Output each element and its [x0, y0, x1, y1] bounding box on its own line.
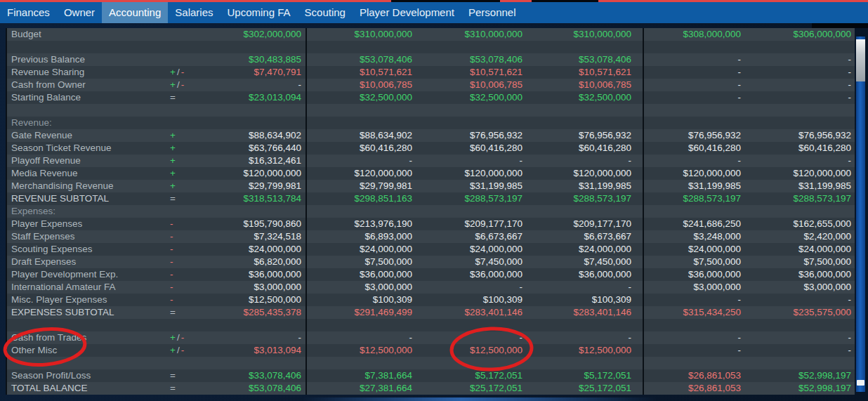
cell-value: -: [848, 91, 852, 104]
cell-value: -: [848, 79, 852, 91]
tab-scouting[interactable]: Scouting: [298, 2, 353, 23]
operator-glyph: /: [177, 67, 180, 77]
tab-finances[interactable]: Finances: [0, 2, 57, 23]
operator-glyph: +: [170, 130, 176, 140]
scrollbar-thumb[interactable]: [856, 39, 865, 81]
cell-value: $7,470,791: [254, 66, 301, 79]
tab-upcoming-fa[interactable]: Upcoming FA: [220, 2, 297, 23]
table-row-starting-balance: Starting Balance=$23,013,094$32,500,000$…: [7, 91, 855, 104]
table-row-season-profit-loss: Season Profit/Loss=$33,078,406$7,381,664…: [7, 369, 855, 382]
cell-value: $53,078,406: [470, 53, 522, 66]
row-operator: -: [170, 218, 175, 230]
cell-value: $76,956,932: [798, 129, 851, 142]
cell-value: -: [738, 79, 742, 91]
row-label: Draft Expenses: [11, 256, 76, 268]
cell-value: $27,381,664: [360, 382, 412, 395]
cell-value: $120,000,000: [464, 167, 522, 180]
cell-value: $288,573,197: [464, 192, 522, 205]
row-label: Cash from Owner: [11, 79, 86, 91]
cell-value: -: [738, 294, 742, 306]
cell-value: -: [629, 281, 632, 294]
cell-value: -: [520, 331, 523, 344]
table-row-expenses: Expenses:: [7, 205, 855, 218]
row-label: Media Revenue: [11, 167, 78, 180]
row-label: EXPENSES SUBTOTAL: [11, 306, 114, 319]
operator-glyph: -: [170, 282, 173, 292]
cell-value: $36,000,000: [470, 268, 522, 281]
cell-value: $60,416,280: [470, 142, 522, 155]
row-label: Revenue:: [11, 117, 52, 129]
operator-glyph: +: [170, 67, 176, 77]
tab-accounting[interactable]: Accounting: [102, 2, 168, 23]
operator-glyph: -: [170, 218, 173, 229]
cell-value: $26,861,053: [688, 382, 741, 395]
cell-value: $308,000,000: [683, 28, 741, 41]
cell-value: $32,500,000: [470, 91, 522, 104]
table-row-international-amateur-fa: International Amateur FA-$3,000,000$3,00…: [7, 281, 855, 294]
tab-player-development[interactable]: Player Development: [353, 2, 461, 23]
cell-value: $298,851,163: [354, 192, 412, 205]
cell-value: $30,483,885: [249, 53, 301, 66]
table-row-spacer: [7, 104, 855, 117]
cell-value: $100,309: [373, 294, 412, 306]
cell-value: $310,000,000: [464, 28, 522, 41]
tab-salaries[interactable]: Salaries: [168, 2, 220, 23]
cell-value: $310,000,000: [573, 28, 631, 41]
cell-value: $26,861,053: [688, 369, 741, 382]
row-label: Season Ticket Revenue: [11, 142, 112, 155]
nav-tabs: Finances Owner Accounting Salaries Upcom…: [0, 2, 868, 23]
operator-glyph: =: [170, 193, 176, 204]
operator-glyph: -: [181, 345, 185, 355]
cell-value: $100,309: [592, 294, 631, 306]
cell-value: $209,177,170: [464, 218, 522, 230]
cell-value: -: [848, 155, 852, 167]
row-operator: =: [170, 306, 177, 319]
cell-value: -: [520, 281, 523, 294]
row-label: REVENUE SUBTOTAL: [11, 192, 109, 205]
cell-value: $32,500,000: [360, 91, 412, 104]
cell-value: $285,435,378: [243, 306, 301, 319]
operator-glyph: -: [170, 256, 173, 267]
cell-value: $25,172,051: [579, 382, 631, 395]
tab-personnel[interactable]: Personnel: [461, 2, 523, 23]
cell-value: -: [738, 344, 742, 357]
cell-value: $53,078,406: [579, 53, 631, 66]
cell-value: $3,000,000: [693, 281, 741, 294]
tab-owner[interactable]: Owner: [57, 2, 102, 23]
row-operator: -: [170, 256, 175, 268]
cell-value: $5,172,051: [475, 369, 522, 382]
table-row-misc-player-expenses: Misc. Player Expenses-$12,500,000$100,30…: [7, 294, 855, 306]
operator-glyph: =: [170, 370, 176, 381]
row-label: Revenue Sharing: [11, 66, 84, 79]
row-operator: -: [170, 281, 175, 294]
cell-value: $24,000,000: [579, 243, 631, 256]
cell-value: -: [409, 155, 413, 167]
cell-value: $24,000,000: [360, 243, 412, 256]
table-row-draft-expenses: Draft Expenses-$6,820,000$7,500,000$7,45…: [7, 256, 855, 268]
background-artifact: [302, 397, 657, 401]
row-label: Misc. Player Expenses: [11, 294, 107, 306]
row-label: Merchandising Revenue: [11, 180, 114, 192]
operator-glyph: =: [170, 92, 176, 103]
row-label: TOTAL BALANCE: [11, 382, 88, 395]
row-operator: +: [170, 180, 177, 192]
cell-value: $10,006,785: [360, 79, 412, 91]
row-label: Staff Expenses: [11, 230, 75, 243]
table-row-staff-expenses: Staff Expenses-$7,324,518$6,893,000$6,67…: [7, 230, 855, 243]
row-operator: +: [170, 129, 177, 142]
table-row-playoff-revenue: Playoff Revenue+$16,312,461-----: [7, 155, 855, 167]
scrollbar-track[interactable]: [856, 37, 865, 392]
row-label: Previous Balance: [11, 53, 85, 66]
cell-value: $306,000,000: [793, 28, 851, 41]
operator-glyph: /: [177, 332, 180, 343]
cell-value: $283,401,146: [464, 306, 522, 319]
cell-value: -: [848, 344, 852, 357]
row-operator: +/-: [170, 331, 185, 344]
cell-value: $12,500,000: [579, 344, 631, 357]
operator-glyph: /: [177, 79, 180, 90]
cell-value: $5,172,051: [584, 369, 631, 382]
cell-value: $52,998,197: [798, 369, 851, 382]
table-row-spacer: [7, 319, 855, 331]
operator-glyph: -: [170, 269, 173, 280]
table-row-scouting-expenses: Scouting Expenses-$24,000,000$24,000,000…: [7, 243, 855, 256]
